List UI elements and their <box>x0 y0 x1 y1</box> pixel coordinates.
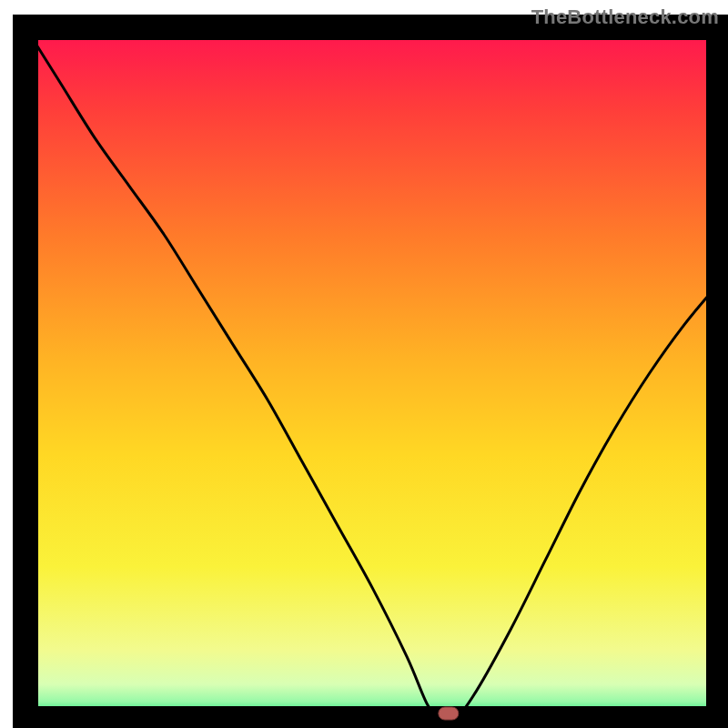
watermark-text: TheBottleneck.com <box>531 5 719 29</box>
chart-container: TheBottleneck.com <box>0 0 728 728</box>
gradient-background <box>25 27 719 719</box>
bottleneck-chart <box>0 0 728 728</box>
optimal-point-marker <box>439 707 459 720</box>
